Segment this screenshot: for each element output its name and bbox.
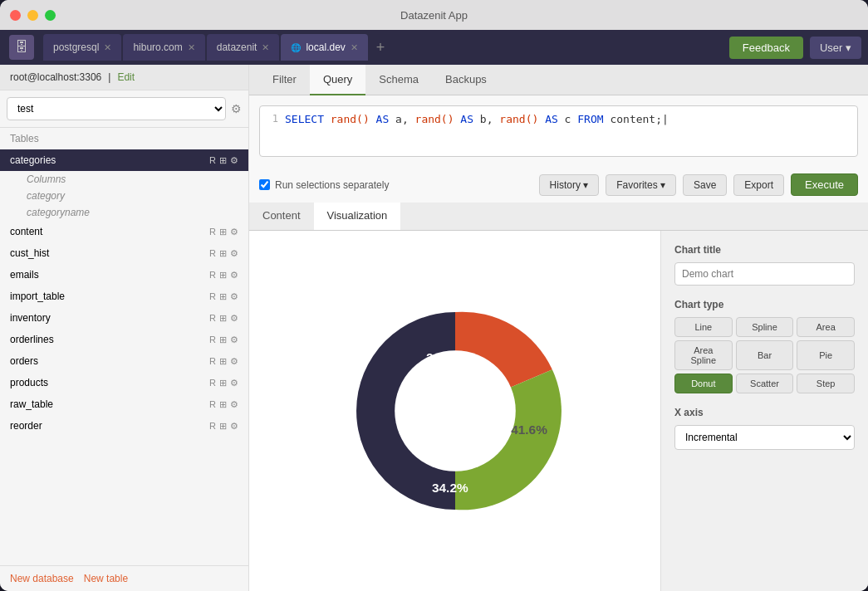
new-table-button[interactable]: New table	[84, 573, 128, 584]
tab-datazenit[interactable]: datazenit ✕	[207, 34, 280, 61]
tab-visualization[interactable]: Visualization	[314, 203, 401, 230]
chart-type-bar[interactable]: Bar	[736, 340, 794, 370]
settings-icon: ⚙	[230, 270, 238, 281]
table-name: raw_table	[10, 398, 209, 410]
table-name: orders	[10, 355, 209, 367]
sidebar-item-cust-hist[interactable]: cust_hist R ⊞ ⚙	[0, 242, 248, 264]
favorites-button[interactable]: Favorites ▾	[606, 174, 676, 196]
chart-center	[395, 350, 516, 471]
grid-icon: ⊞	[219, 335, 227, 345]
close-icon[interactable]: ✕	[262, 42, 269, 53]
tabbar-right: Feedback User ▾	[729, 37, 861, 59]
tab-label: hiburo.com	[133, 42, 182, 53]
edit-connection-link[interactable]: Edit	[117, 71, 135, 83]
table-name: inventory	[10, 312, 209, 324]
sub-item-category[interactable]: category	[17, 188, 248, 204]
sidebar-item-inventory[interactable]: inventory R ⊞ ⚙	[0, 307, 248, 329]
sidebar-item-categories[interactable]: categories R ⊞ ⚙	[0, 149, 248, 171]
chart-type-spline[interactable]: Spline	[736, 317, 794, 337]
r-badge: R	[209, 399, 216, 409]
close-icon[interactable]: ✕	[351, 42, 358, 53]
grid-icon: ⊞	[219, 270, 227, 281]
sidebar-item-orderlines[interactable]: orderlines R ⊞ ⚙	[0, 329, 248, 350]
tab-localdev[interactable]: 🌐 local.dev ✕	[281, 34, 367, 61]
close-icon[interactable]: ✕	[188, 42, 195, 53]
visualization-area: 24.2% 41.6% 34.2% Chart title Chart type	[249, 231, 868, 591]
grid-icon: ⊞	[219, 248, 227, 259]
result-tabs: Content Visualization	[249, 203, 868, 231]
history-button[interactable]: History ▾	[539, 174, 600, 196]
sidebar-item-content[interactable]: content R ⊞ ⚙	[0, 221, 248, 242]
tab-content[interactable]: Content	[249, 203, 314, 230]
chart-type-scatter[interactable]: Scatter	[736, 374, 794, 393]
tab-backups[interactable]: Backups	[432, 65, 500, 95]
r-badge: R	[209, 291, 216, 301]
export-button[interactable]: Export	[733, 174, 784, 196]
grid-icon: ⊞	[219, 291, 227, 302]
xaxis-select[interactable]: Incremental Column 1 Column 2	[674, 425, 855, 450]
chart-label-2: 41.6%	[511, 422, 547, 437]
chart-type-line[interactable]: Line	[674, 317, 733, 337]
sidebar-item-orders[interactable]: orders R ⊞ ⚙	[0, 350, 248, 372]
chart-type-section: Chart type Line Spline Area Area Spline …	[674, 299, 855, 393]
run-selections-label: Run selections separately	[259, 179, 532, 191]
table-name: categories	[10, 154, 209, 166]
add-tab-button[interactable]: +	[370, 36, 392, 60]
tab-hiburo[interactable]: hiburo.com ✕	[123, 34, 204, 61]
donut-svg: 24.2% 41.6% 34.2%	[339, 295, 571, 527]
query-editor: 1 SELECT rand() AS a, rand() AS b, rand(…	[259, 105, 858, 157]
table-item-icons: R ⊞ ⚙	[209, 399, 238, 410]
maximize-button[interactable]	[45, 10, 56, 21]
sidebar-item-reorder[interactable]: reorder R ⊞ ⚙	[0, 415, 248, 437]
minimize-button[interactable]	[27, 10, 38, 21]
donut-chart: 24.2% 41.6% 34.2%	[339, 295, 571, 527]
tab-postgresql[interactable]: postgresql ✕	[43, 34, 121, 61]
sidebar-item-emails[interactable]: emails R ⊞ ⚙	[0, 264, 248, 286]
r-badge: R	[209, 421, 216, 431]
table-item-icons: R ⊞ ⚙	[209, 248, 238, 259]
sub-item-categoryname[interactable]: categoryname	[17, 204, 248, 221]
close-button[interactable]	[10, 10, 21, 21]
table-item-icons: R ⊞ ⚙	[209, 421, 238, 432]
settings-icon: ⚙	[230, 227, 238, 237]
sidebar-item-raw-table[interactable]: raw_table R ⊞ ⚙	[0, 393, 248, 415]
table-name: content	[10, 226, 209, 237]
chart-title-section: Chart title	[674, 244, 855, 286]
sub-item-columns[interactable]: Columns	[17, 171, 248, 188]
table-name: cust_hist	[10, 247, 209, 259]
logo-icon: 🗄	[9, 35, 34, 60]
tables-header: Tables	[0, 128, 248, 149]
close-icon[interactable]: ✕	[104, 42, 111, 53]
save-button[interactable]: Save	[683, 174, 727, 196]
table-item-icons: R ⊞ ⚙	[209, 356, 238, 367]
grid-icon: ⊞	[219, 421, 227, 432]
tabbar: 🗄 postgresql ✕ hiburo.com ✕ datazenit ✕ …	[0, 30, 868, 65]
chart-type-pie[interactable]: Pie	[797, 340, 855, 370]
code-editor[interactable]: 1 SELECT rand() AS a, rand() AS b, rand(…	[260, 106, 857, 156]
sidebar-item-products[interactable]: products R ⊞ ⚙	[0, 372, 248, 393]
chart-title-input[interactable]	[674, 262, 855, 286]
chart-type-step[interactable]: Step	[797, 374, 855, 393]
database-select[interactable]: test	[7, 97, 226, 120]
r-badge: R	[209, 335, 216, 344]
panel-tabs: Filter Query Schema Backups	[249, 65, 868, 95]
run-selections-checkbox[interactable]	[259, 179, 270, 190]
feedback-button[interactable]: Feedback	[729, 37, 803, 59]
chart-type-area-spline[interactable]: Area Spline	[674, 340, 733, 370]
chart-type-grid: Line Spline Area Area Spline Bar Pie Don…	[674, 317, 855, 393]
execute-button[interactable]: Execute	[791, 173, 858, 196]
tab-filter[interactable]: Filter	[259, 65, 310, 95]
user-menu-button[interactable]: User ▾	[810, 37, 861, 59]
new-database-button[interactable]: New database	[10, 573, 74, 584]
tab-query[interactable]: Query	[310, 65, 365, 95]
table-name: products	[10, 377, 209, 388]
sidebar-item-import-table[interactable]: import_table R ⊞ ⚙	[0, 286, 248, 307]
connection-label: root@localhost:3306	[10, 71, 101, 83]
code-content[interactable]: SELECT rand() AS a, rand() AS b, rand() …	[285, 113, 857, 149]
chart-type-area[interactable]: Area	[797, 317, 855, 337]
chart-type-donut[interactable]: Donut	[674, 374, 733, 393]
tab-schema[interactable]: Schema	[365, 65, 432, 95]
db-settings-button[interactable]: ⚙	[231, 102, 242, 115]
r-badge: R	[209, 356, 216, 366]
settings-icon: ⚙	[230, 248, 238, 259]
